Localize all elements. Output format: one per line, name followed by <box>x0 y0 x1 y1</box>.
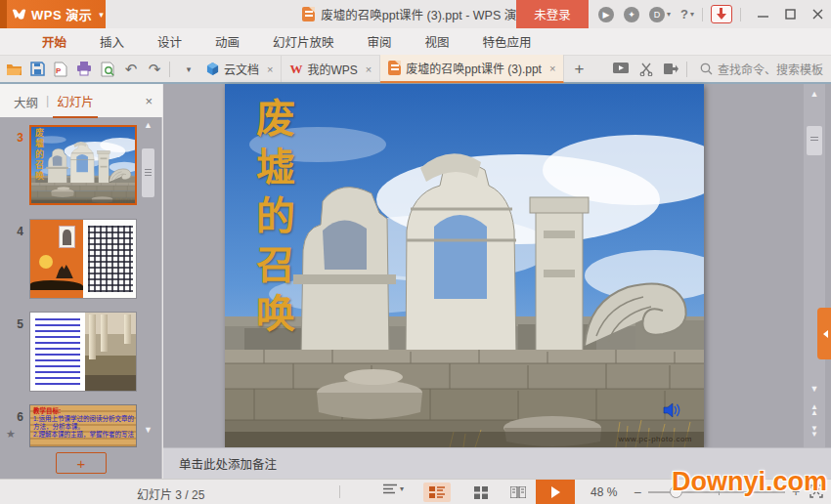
scroll-up-icon[interactable]: ▲ <box>804 86 825 101</box>
slide-thumbnail-5[interactable] <box>29 312 137 392</box>
divider: | <box>46 94 49 107</box>
customize-toolbar-caret-icon[interactable]: ▾ <box>179 60 198 79</box>
tab-slides[interactable]: 幻灯片 <box>53 84 98 118</box>
column-art <box>101 315 108 352</box>
minimize-button[interactable] <box>749 0 776 28</box>
tab-design[interactable]: 设计 <box>141 28 198 56</box>
notes-toggle-button[interactable]: ▾ <box>383 483 404 494</box>
audio-speaker-icon[interactable] <box>663 402 680 418</box>
skin-center-icon[interactable]: ▶ <box>598 7 614 22</box>
column-art <box>89 315 96 359</box>
open-file-icon[interactable] <box>4 60 23 79</box>
app-menu-caret-icon: ▾ <box>99 10 104 20</box>
tab-outline[interactable]: 大纲 <box>10 85 42 117</box>
quick-toolbar: P ↶ ↷ ▾ 云文档 × W 我的WPS × 废墟的召唤ppt课件 (3).p… <box>0 56 831 84</box>
ground-art <box>30 280 83 290</box>
download-manager-icon[interactable] <box>711 5 732 23</box>
screenshot-scissors-icon[interactable] <box>636 60 656 79</box>
moon-art <box>39 255 53 269</box>
slide-sorter-view-button[interactable] <box>467 483 495 502</box>
blue-text-art <box>30 313 85 391</box>
tab-view[interactable]: 视图 <box>409 28 466 56</box>
notes-input[interactable]: 单击此处添加备注 <box>163 447 831 479</box>
slide-counter: 幻灯片 3 / 25 <box>137 485 204 502</box>
tab-close-icon[interactable]: × <box>366 63 372 75</box>
help-icon[interactable]: ? <box>680 7 688 21</box>
search-icon <box>700 63 713 75</box>
previous-slide-button[interactable]: ▲▲ <box>804 402 825 418</box>
tab-insert[interactable]: 插入 <box>83 28 141 56</box>
zoom-slider-knob[interactable] <box>670 485 682 498</box>
wps-presentation-window: WPS 演示 ▾ 废墟的召唤ppt课件 (3).ppt - WPS 演示 未登录… <box>0 0 831 504</box>
app-menu-button[interactable]: WPS 演示 ▾ <box>0 0 106 28</box>
thumbnail-scrollbar[interactable]: ▲ ▼ <box>140 117 156 447</box>
paste-options-icon[interactable] <box>662 60 681 79</box>
login-button[interactable]: 未登录 <box>516 0 589 28</box>
wps-logo-icon <box>12 8 26 21</box>
tab-close-icon[interactable]: × <box>549 63 555 74</box>
tab-special-apps[interactable]: 特色应用 <box>466 28 548 56</box>
new-tab-button[interactable]: + <box>564 60 593 79</box>
play-slideshow-button[interactable] <box>536 480 575 504</box>
divider <box>740 8 741 21</box>
vertical-scrollbar[interactable]: ▲ ▼ ▲▲ ▼▼ <box>804 84 825 447</box>
zoom-out-button[interactable]: − <box>634 484 641 500</box>
scrollbar-thumb[interactable] <box>142 148 154 197</box>
zoom-slider[interactable] <box>648 491 785 493</box>
tab-home[interactable]: 开始 <box>25 28 83 56</box>
normal-view-button[interactable] <box>423 483 451 502</box>
next-slide-button[interactable]: ▼▼ <box>804 424 825 440</box>
divider <box>702 8 703 21</box>
thumb-slide-title: 废墟的召唤 <box>33 128 46 182</box>
docer-caret-icon: ▾ <box>667 10 671 19</box>
docer-icon[interactable]: D <box>649 7 665 22</box>
save-icon[interactable] <box>27 60 47 79</box>
ppt-file-icon <box>302 7 315 21</box>
scroll-down-icon[interactable]: ▼ <box>804 381 825 396</box>
close-button[interactable] <box>804 0 831 28</box>
cloud-docs-icon <box>206 63 219 75</box>
ribbon-tab-bar: 开始 插入 设计 动画 幻灯片放映 审阅 视图 特色应用 <box>0 28 831 56</box>
print-preview-icon[interactable] <box>98 60 117 79</box>
photo-credit-watermark: www.pc-photo.com <box>618 435 692 443</box>
current-slide[interactable]: 废墟的召唤 www.pc-photo.com <box>225 84 704 447</box>
main-content: 大纲 | 幻灯片 × 3 废墟的召唤 4 <box>0 84 831 479</box>
command-search-input[interactable]: 查找命令、搜索模板 <box>700 61 823 77</box>
doc-tab-current-file[interactable]: 废墟的召唤ppt课件 (3).ppt × <box>380 55 564 83</box>
maximize-button[interactable] <box>776 0 804 28</box>
doc-tab-cloud[interactable]: 云文档 × <box>198 56 282 82</box>
status-bar: 幻灯片 3 / 25 ▾ 48 % − + <box>0 479 831 504</box>
tab-slideshow[interactable]: 幻灯片放映 <box>256 28 351 56</box>
slide-thumbnail-3[interactable]: 废墟的召唤 <box>29 125 137 205</box>
scroll-up-icon[interactable]: ▲ <box>140 117 156 132</box>
tab-close-icon[interactable]: × <box>267 63 273 75</box>
tab-review[interactable]: 审阅 <box>351 28 409 56</box>
print-icon[interactable] <box>74 60 94 79</box>
slide-thumbnail-6[interactable]: 教学目标: 1.运用上节课学过的阅读分析文章的 方法，分析本课。 2.理解本课的… <box>29 404 137 447</box>
scrollbar-thumb[interactable] <box>807 126 822 155</box>
zoom-in-button[interactable]: + <box>792 483 800 499</box>
task-pane-handle[interactable] <box>817 308 831 359</box>
play-from-current-icon[interactable] <box>611 60 631 79</box>
tab-animation[interactable]: 动画 <box>198 28 256 56</box>
export-pdf-icon[interactable]: P <box>51 60 70 79</box>
animation-star-icon: ★ <box>6 428 16 441</box>
undo-icon[interactable]: ↶ <box>121 60 141 79</box>
add-slide-button[interactable]: + <box>56 452 107 474</box>
reading-view-button[interactable] <box>504 483 532 502</box>
slide-number: 4 <box>2 225 23 238</box>
fit-to-window-button[interactable] <box>809 484 823 501</box>
scroll-down-icon[interactable]: ▼ <box>140 422 156 437</box>
redo-icon[interactable]: ↷ <box>145 60 164 79</box>
notes-lines-icon <box>383 483 397 494</box>
slide-thumbnail-4[interactable] <box>29 219 137 299</box>
zoom-level: 48 % <box>590 485 617 499</box>
divider <box>169 62 170 77</box>
slide-thumbnail-list: 3 废墟的召唤 4 5 <box>0 117 162 447</box>
doc-tab-my-wps[interactable]: W 我的WPS × <box>282 56 380 82</box>
panel-close-icon[interactable]: × <box>145 94 153 108</box>
ruins-bw-photo-art <box>85 313 136 391</box>
slide-number: 3 <box>2 131 23 145</box>
member-center-icon[interactable]: ✦ <box>624 7 639 22</box>
slide-canvas: 废墟的召唤 www.pc-photo.com ▲ ▼ ▲▲ ▼▼ <box>163 84 831 479</box>
